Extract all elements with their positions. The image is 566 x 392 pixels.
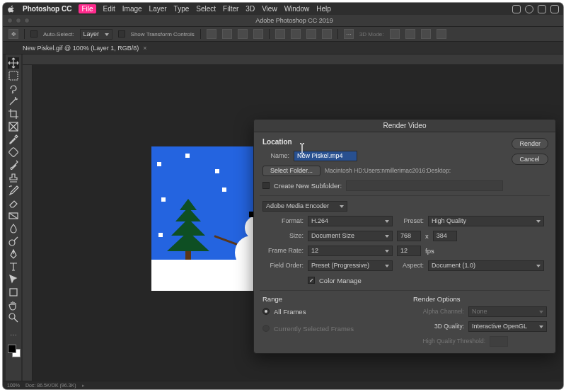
render-button[interactable]: Render [512,138,548,149]
menu-edit[interactable]: Edit [103,5,115,13]
zoom-window-icon[interactable] [24,18,30,23]
dodge-tool[interactable] [8,236,19,247]
location-header: Location [262,138,503,146]
show-transform-checkbox[interactable] [118,30,125,38]
framerate-input[interactable]: 12 [397,246,421,256]
size-select[interactable]: Document Size [308,231,393,241]
menubar-app-name[interactable]: Photoshop CC [23,5,71,13]
hand-tool[interactable] [8,299,19,311]
framerate-select[interactable]: 12 [308,246,393,256]
field-order-label: Field Order: [262,262,304,269]
menu-file[interactable]: File [79,4,96,13]
menu-image[interactable]: Image [122,5,142,13]
align-icon[interactable] [222,29,232,39]
path-select-tool[interactable] [8,274,19,285]
all-frames-radio[interactable] [262,308,270,315]
brush-tool[interactable] [8,159,19,171]
mode-3d-icon[interactable] [421,29,431,39]
width-input[interactable]: 768 [397,231,421,241]
name-label: Name: [262,152,289,159]
show-transform-label: Show Transform Controls [131,31,195,38]
range-header: Range [262,295,396,303]
close-window-icon[interactable] [7,18,13,23]
frame-tool[interactable] [8,121,19,132]
apple-logo-icon[interactable] [7,5,16,13]
field-order-select[interactable]: Preset (Progressive) [308,260,393,271]
align-icon[interactable] [253,29,263,39]
menu-3d[interactable]: 3D [246,5,255,13]
wand-tool[interactable] [8,96,19,107]
type-tool[interactable] [8,261,19,272]
move-tool-icon[interactable]: ✥ [8,29,18,39]
doc-info[interactable]: Doc: 86.5K/OK (96.3K) [25,383,76,388]
color-manage-checkbox[interactable] [308,277,315,284]
zoom-tool[interactable] [8,312,19,323]
history-brush-tool[interactable] [8,185,19,196]
menu-filter[interactable]: Filter [223,5,238,13]
height-input[interactable]: 384 [433,231,457,241]
preset-label: Preset: [397,217,424,224]
hqt-input [490,336,508,347]
status-icon[interactable] [550,5,559,13]
mode-3d-icon[interactable] [405,29,415,39]
svg-rect-2 [8,147,18,157]
aspect-select[interactable]: Document (1.0) [428,260,544,271]
window-title: Adobe Photoshop CC 2019 [255,17,333,24]
app-window: Photoshop CC File Edit Image Layer Type … [3,3,563,389]
zoom-level[interactable]: 100% [7,383,20,388]
more-icon[interactable]: ⋯ [344,29,354,39]
marquee-tool[interactable] [8,70,19,81]
menu-layer[interactable]: Layer [149,5,167,13]
select-folder-button[interactable]: Select Folder... [262,166,320,176]
edit-toolbar-icon[interactable]: ⋯ [8,329,19,340]
menu-help[interactable]: Help [316,5,331,13]
gradient-tool[interactable] [8,210,19,221]
document-canvas[interactable] [151,146,265,291]
distribute-icon[interactable] [322,29,332,39]
encoder-select[interactable]: Adobe Media Encoder [262,201,347,212]
create-subfolder-checkbox[interactable] [262,182,270,189]
menu-view[interactable]: View [262,5,277,13]
foreground-color-swatch[interactable] [8,345,16,353]
blur-tool[interactable] [8,223,19,234]
crop-tool[interactable] [8,108,19,120]
menu-type[interactable]: Type [174,5,190,13]
align-icon[interactable] [238,29,248,39]
auto-select-target[interactable]: Layer [80,29,112,40]
x-label: x [425,232,429,240]
pen-tool[interactable] [8,248,19,260]
document-tab[interactable]: New Piskel.gif @ 100% (Layer 1, RGB/8) [23,45,139,52]
distribute-icon[interactable] [306,29,316,39]
ruler-horizontal[interactable] [23,54,563,65]
lasso-tool[interactable] [8,83,19,94]
shape-tool[interactable] [8,287,19,298]
eyedropper-tool[interactable] [8,134,19,145]
distribute-icon[interactable] [291,29,301,39]
traffic-lights [7,18,30,23]
auto-select-checkbox[interactable] [30,30,37,38]
status-icon[interactable] [512,5,521,13]
size-label: Size: [262,232,304,239]
heal-tool[interactable] [8,146,19,158]
close-tab-icon[interactable]: × [143,45,146,52]
format-select[interactable]: H.264 [308,216,393,226]
quality3d-select[interactable]: Interactive OpenGL [468,321,547,332]
name-input[interactable]: New Piskel.mp4 [294,151,357,161]
stamp-tool[interactable] [8,172,19,183]
menu-select[interactable]: Select [196,5,216,13]
hqt-label: High Quality Threshold: [413,338,485,345]
move-tool[interactable] [8,57,19,69]
status-icon[interactable] [525,5,533,13]
menu-window[interactable]: Window [284,5,310,13]
color-swatches[interactable] [8,345,21,357]
mode-3d-icon[interactable] [390,29,400,39]
distribute-icon[interactable] [275,29,285,39]
cancel-button[interactable]: Cancel [512,154,548,165]
mode-3d-icon[interactable] [437,29,446,39]
status-icon[interactable] [538,5,546,13]
align-icon[interactable] [207,29,216,39]
minimize-window-icon[interactable] [16,18,21,23]
eraser-tool[interactable] [8,197,19,209]
preset-select[interactable]: High Quality [428,216,544,226]
ruler-vertical[interactable] [23,65,33,381]
